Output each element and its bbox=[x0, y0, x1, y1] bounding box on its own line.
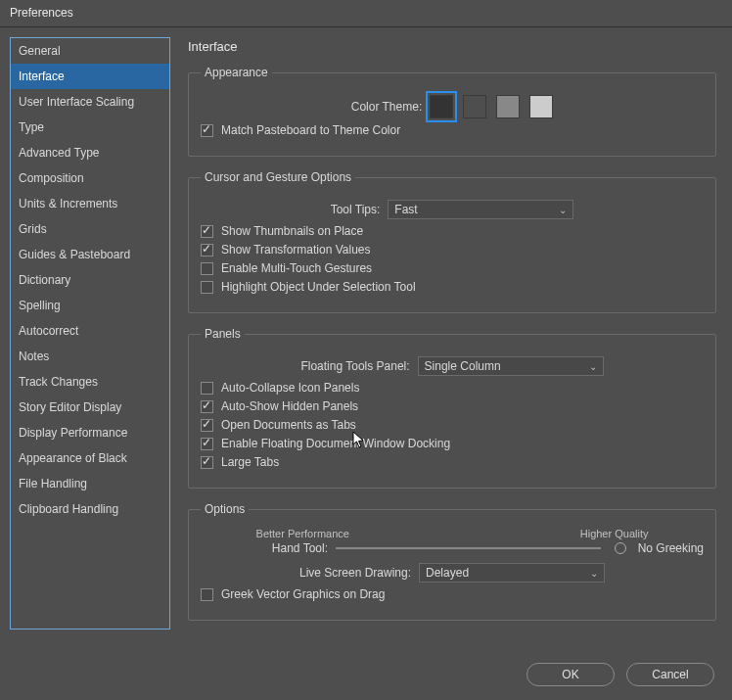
color-theme-swatch-2[interactable] bbox=[496, 95, 520, 118]
live-screen-label: Live Screen Drawing: bbox=[299, 566, 411, 580]
dialog-buttons: OK Cancel bbox=[0, 653, 732, 700]
no-greeking-label: No Greeking bbox=[638, 541, 704, 555]
hand-tool-label: Hand Tool: bbox=[201, 541, 328, 555]
color-theme-label: Color Theme: bbox=[351, 100, 422, 114]
sidebar-item-advanced-type[interactable]: Advanced Type bbox=[11, 140, 169, 165]
auto-collapse-checkbox[interactable]: Auto-Collapse Icon Panels bbox=[201, 381, 704, 395]
ok-button[interactable]: OK bbox=[526, 663, 615, 686]
sidebar-item-guides-pasteboard[interactable]: Guides & Pasteboard bbox=[11, 242, 169, 267]
checkbox-icon bbox=[201, 456, 213, 469]
better-performance-label: Better Performance bbox=[256, 528, 349, 539]
tool-tips-select[interactable]: Fast ⌄ bbox=[388, 200, 573, 219]
preferences-main: Interface Appearance Color Theme: Match … bbox=[188, 37, 722, 653]
checkbox-label: Auto-Collapse Icon Panels bbox=[221, 381, 359, 395]
sidebar-item-display-performance[interactable]: Display Performance bbox=[11, 420, 169, 445]
cancel-button[interactable]: Cancel bbox=[626, 663, 714, 686]
open-tabs-checkbox[interactable]: Open Documents as Tabs bbox=[201, 418, 704, 432]
live-screen-row: Live Screen Drawing: Delayed ⌄ bbox=[201, 563, 704, 583]
checkbox-label: Large Tabs bbox=[221, 455, 279, 469]
hand-tool-slider[interactable] bbox=[336, 547, 601, 549]
greek-vector-checkbox[interactable]: Greek Vector Graphics on Drag bbox=[201, 587, 704, 601]
color-theme-swatch-1[interactable] bbox=[463, 95, 486, 118]
preferences-sidebar: GeneralInterfaceUser Interface ScalingTy… bbox=[10, 37, 170, 630]
color-theme-swatch-3[interactable] bbox=[529, 95, 553, 118]
show-transformation-checkbox[interactable]: Show Transformation Values bbox=[201, 243, 704, 257]
color-theme-row: Color Theme: bbox=[201, 95, 704, 118]
page-title: Interface bbox=[188, 39, 716, 54]
hand-tool-slider-area: Better Performance Higher Quality Hand T… bbox=[201, 528, 704, 555]
sidebar-item-notes[interactable]: Notes bbox=[11, 344, 169, 369]
checkbox-icon bbox=[201, 400, 213, 413]
checkbox-label: Enable Multi-Touch Gestures bbox=[221, 261, 372, 275]
show-thumbnails-checkbox[interactable]: Show Thumbnails on Place bbox=[201, 224, 704, 238]
tool-tips-label: Tool Tips: bbox=[331, 203, 381, 216]
checkbox-icon bbox=[201, 438, 213, 450]
sidebar-item-autocorrect[interactable]: Autocorrect bbox=[11, 318, 169, 344]
window-title: Preferences bbox=[10, 6, 73, 20]
sidebar-item-track-changes[interactable]: Track Changes bbox=[11, 369, 169, 395]
multi-touch-checkbox[interactable]: Enable Multi-Touch Gestures bbox=[201, 261, 704, 275]
sidebar-item-units-increments[interactable]: Units & Increments bbox=[11, 191, 169, 216]
cursor-group: Cursor and Gesture Options Tool Tips: Fa… bbox=[188, 170, 716, 313]
sidebar-item-clipboard-handling[interactable]: Clipboard Handling bbox=[11, 496, 169, 522]
match-pasteboard-checkbox[interactable]: Match Pasteboard to Theme Color bbox=[201, 123, 704, 137]
floating-tools-select[interactable]: Single Column ⌄ bbox=[418, 356, 604, 376]
checkbox-label: Greek Vector Graphics on Drag bbox=[221, 587, 385, 601]
checkbox-label: Open Documents as Tabs bbox=[221, 418, 356, 432]
select-value: Single Column bbox=[425, 359, 501, 373]
options-group: Options Better Performance Higher Qualit… bbox=[188, 502, 716, 621]
sidebar-item-grids[interactable]: Grids bbox=[11, 216, 169, 242]
titlebar: Preferences bbox=[0, 0, 732, 27]
sidebar-item-dictionary[interactable]: Dictionary bbox=[11, 267, 169, 293]
floating-dock-checkbox[interactable]: Enable Floating Document Window Docking bbox=[201, 437, 704, 450]
options-legend: Options bbox=[201, 502, 249, 516]
checkbox-icon bbox=[201, 281, 213, 294]
sidebar-item-appearance-of-black[interactable]: Appearance of Black bbox=[11, 445, 169, 471]
cursor-legend: Cursor and Gesture Options bbox=[201, 170, 355, 184]
chevron-down-icon: ⌄ bbox=[559, 205, 567, 215]
auto-show-checkbox[interactable]: Auto-Show Hidden Panels bbox=[201, 399, 704, 413]
appearance-group: Appearance Color Theme: Match Pasteboard… bbox=[188, 66, 716, 157]
sidebar-item-composition[interactable]: Composition bbox=[11, 165, 169, 191]
highlight-object-checkbox[interactable]: Highlight Object Under Selection Tool bbox=[201, 280, 704, 294]
floating-tools-label: Floating Tools Panel: bbox=[300, 359, 409, 373]
chevron-down-icon: ⌄ bbox=[589, 361, 597, 372]
preferences-window: Preferences GeneralInterfaceUser Interfa… bbox=[0, 0, 732, 700]
checkbox-icon bbox=[201, 225, 213, 238]
chevron-down-icon: ⌄ bbox=[590, 568, 598, 579]
checkbox-icon bbox=[201, 124, 213, 137]
checkbox-label: Highlight Object Under Selection Tool bbox=[221, 280, 416, 294]
checkbox-icon bbox=[201, 382, 213, 395]
checkbox-label: Auto-Show Hidden Panels bbox=[221, 399, 358, 413]
no-greeking-radio[interactable] bbox=[615, 542, 626, 554]
sidebar-item-type[interactable]: Type bbox=[11, 115, 169, 140]
panels-group: Panels Floating Tools Panel: Single Colu… bbox=[188, 327, 716, 489]
select-value: Fast bbox=[394, 203, 417, 216]
select-value: Delayed bbox=[426, 566, 469, 580]
sidebar-item-user-interface-scaling[interactable]: User Interface Scaling bbox=[11, 89, 169, 115]
sidebar-item-general[interactable]: General bbox=[11, 38, 169, 64]
checkbox-icon bbox=[201, 588, 213, 601]
color-theme-swatch-0[interactable] bbox=[430, 95, 453, 118]
floating-tools-row: Floating Tools Panel: Single Column ⌄ bbox=[201, 356, 704, 376]
appearance-legend: Appearance bbox=[201, 66, 272, 79]
dialog-body: GeneralInterfaceUser Interface ScalingTy… bbox=[0, 27, 732, 653]
checkbox-label: Show Thumbnails on Place bbox=[221, 224, 363, 238]
large-tabs-checkbox[interactable]: Large Tabs bbox=[201, 455, 704, 469]
sidebar-item-file-handling[interactable]: File Handling bbox=[11, 471, 169, 496]
sidebar-item-spelling[interactable]: Spelling bbox=[11, 293, 169, 318]
checkbox-label: Show Transformation Values bbox=[221, 243, 371, 257]
checkbox-label: Match Pasteboard to Theme Color bbox=[221, 123, 400, 137]
sidebar-item-story-editor-display[interactable]: Story Editor Display bbox=[11, 395, 169, 420]
checkbox-icon bbox=[201, 244, 213, 257]
live-screen-select[interactable]: Delayed ⌄ bbox=[419, 563, 605, 583]
tool-tips-row: Tool Tips: Fast ⌄ bbox=[201, 200, 704, 219]
panels-legend: Panels bbox=[201, 327, 245, 341]
checkbox-icon bbox=[201, 419, 213, 432]
sidebar-item-interface[interactable]: Interface bbox=[11, 64, 169, 89]
higher-quality-label: Higher Quality bbox=[580, 528, 649, 539]
color-theme-swatches bbox=[430, 95, 553, 118]
checkbox-icon bbox=[201, 262, 213, 275]
checkbox-label: Enable Floating Document Window Docking bbox=[221, 437, 450, 450]
